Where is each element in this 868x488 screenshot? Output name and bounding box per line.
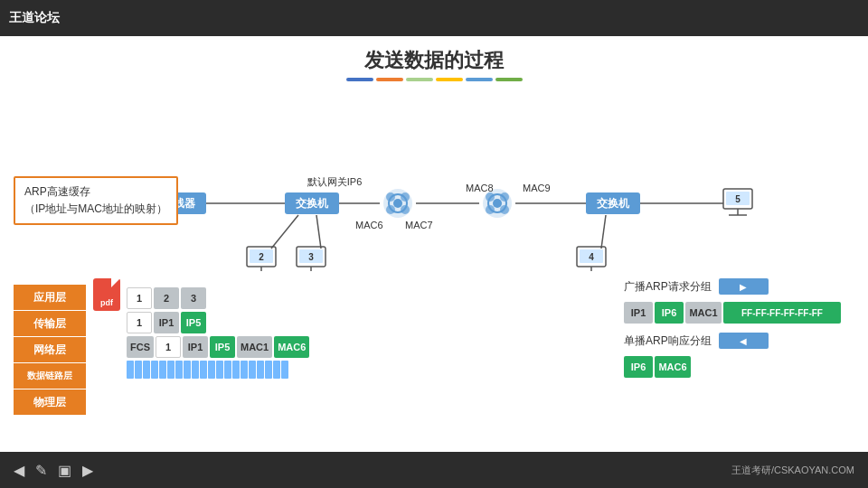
svg-point-30 [500, 205, 509, 214]
cell-2: 2 [154, 287, 179, 309]
cell-fcs: FCS [127, 336, 154, 358]
cell-r3-ip5: IP5 [210, 336, 235, 358]
wave-16 [249, 361, 256, 379]
svg-point-22 [386, 205, 395, 214]
layer-physical: 物理层 [14, 389, 86, 415]
wave-11 [208, 361, 215, 379]
arp-cache-line2: （IP地址与MAC地址的映射） [24, 201, 167, 218]
packet-row-2: 1 IP1 IP5 [127, 312, 309, 333]
nav-forward-button[interactable]: ▶ [82, 462, 93, 479]
svg-point-31 [493, 199, 502, 208]
cell-mac6: MAC6 [274, 336, 309, 358]
wave-1 [127, 361, 134, 379]
svg-text:MAC9: MAC9 [523, 183, 551, 193]
layer-network: 网络层 [14, 337, 86, 362]
arp-packets-section: 广播ARP请求分组 ▶ IP1 IP6 MAC1 FF-FF-FF-FF-FF-… [624, 278, 841, 380]
wave-6 [167, 361, 175, 379]
color-bar-3 [406, 78, 433, 81]
wave-2 [135, 361, 142, 379]
svg-line-6 [271, 215, 298, 249]
uc-mac6: MAC6 [655, 356, 691, 378]
cell-mac1: MAC1 [237, 336, 272, 358]
svg-line-8 [601, 215, 606, 249]
cell-1: 1 [127, 287, 152, 309]
layer-application: 应用层 [14, 285, 86, 310]
cell-r2-ip1: IP1 [154, 312, 179, 333]
wave-12 [216, 361, 223, 379]
pdf-icon: pdf [93, 278, 120, 311]
cell-r3-ip1: IP1 [183, 336, 208, 358]
arp-cache-box: ARP高速缓存 （IP地址与MAC地址的映射） [14, 176, 178, 225]
bc-ff: FF-FF-FF-FF-FF-FF [723, 302, 841, 324]
svg-text:交换机: 交换机 [296, 197, 329, 210]
broadcast-arrow: ▶ [719, 278, 769, 295]
wave-5 [159, 361, 166, 379]
nav-edit-button[interactable]: ✎ [35, 462, 47, 479]
svg-text:MAC7: MAC7 [405, 220, 433, 230]
unicast-label: 单播ARP响应分组 [624, 333, 712, 349]
bc-ip1: IP1 [624, 302, 653, 324]
wave-3 [143, 361, 150, 379]
color-bar-5 [466, 78, 493, 81]
protocol-layers: 应用层 传输层 网络层 数据链路层 物理层 [14, 285, 86, 415]
cell-r2-1: 1 [127, 312, 152, 333]
svg-text:交换机: 交换机 [597, 197, 630, 210]
cell-r2-ip5: IP5 [181, 312, 206, 333]
wave-18 [265, 361, 272, 379]
svg-text:4: 4 [589, 252, 594, 262]
wave-19 [273, 361, 280, 379]
color-bar-1 [346, 78, 373, 81]
bottom-bar: ◀ ✎ ▣ ▶ 王道考研/CSKAOYAN.COM [0, 452, 868, 488]
top-bar: 王道论坛 [0, 0, 868, 36]
svg-point-27 [486, 192, 495, 202]
svg-point-28 [500, 192, 509, 202]
watermark: 王道考研/CSKAOYAN.COM [731, 464, 854, 477]
wave-13 [224, 361, 231, 379]
wave-14 [232, 361, 240, 379]
cell-r3-1: 1 [156, 336, 181, 358]
layer-datalink: 数据链路层 [14, 363, 86, 389]
color-bar-2 [376, 78, 403, 81]
svg-text:5: 5 [735, 194, 741, 204]
broadcast-row: 广播ARP请求分组 ▶ [624, 278, 841, 295]
svg-point-24 [393, 199, 402, 208]
color-bar [0, 78, 868, 81]
slide: 王道论坛 发送数据的过程 [0, 0, 868, 488]
color-bar-6 [495, 78, 523, 81]
bc-mac1: MAC1 [685, 302, 722, 324]
packet-row-3: FCS 1 IP1 IP5 MAC1 MAC6 [127, 336, 309, 358]
color-bar-4 [436, 78, 463, 81]
bc-ip6: IP6 [655, 302, 684, 324]
logo: 王道论坛 [9, 10, 60, 26]
cell-3: 3 [181, 287, 206, 309]
wave-10 [200, 361, 207, 379]
svg-point-23 [401, 205, 410, 214]
wave-20 [281, 361, 288, 379]
nav-back-button[interactable]: ◀ [14, 462, 24, 479]
unicast-row: 单播ARP响应分组 ◀ [624, 333, 841, 349]
svg-point-20 [386, 192, 395, 202]
uc-ip6: IP6 [624, 356, 653, 378]
svg-text:默认网关IP6: 默认网关IP6 [307, 176, 363, 187]
page-title: 发送数据的过程 [0, 36, 868, 74]
wave-8 [184, 361, 191, 379]
arp-cache-line1: ARP高速缓存 [24, 183, 167, 201]
svg-text:3: 3 [308, 252, 314, 262]
broadcast-cells: IP1 IP6 MAC1 FF-FF-FF-FF-FF-FF [624, 302, 841, 324]
wave-7 [175, 361, 183, 379]
packet-row-1: 1 2 3 [127, 287, 309, 309]
nav-menu-button[interactable]: ▣ [58, 462, 71, 479]
bottom-nav: ◀ ✎ ▣ ▶ [14, 462, 93, 479]
svg-text:MAC6: MAC6 [355, 220, 383, 230]
wave-4 [151, 361, 158, 379]
svg-point-29 [486, 205, 495, 214]
unicast-arrow: ◀ [719, 333, 769, 349]
layer-transport: 传输层 [14, 311, 86, 336]
svg-point-21 [401, 192, 410, 202]
wave-15 [241, 361, 248, 379]
content: 发送数据的过程 [0, 36, 868, 452]
svg-line-7 [316, 215, 321, 249]
pdf-label: pdf [100, 298, 113, 307]
svg-text:2: 2 [259, 252, 264, 262]
wave-9 [192, 361, 199, 379]
